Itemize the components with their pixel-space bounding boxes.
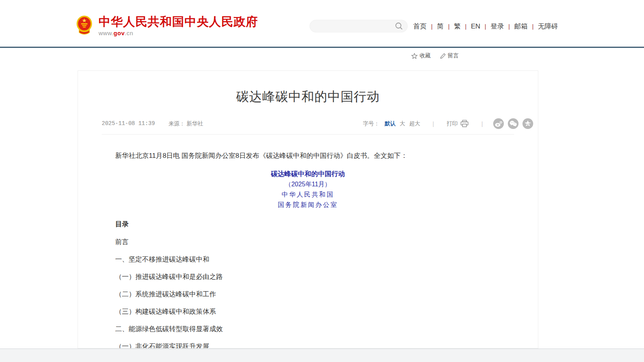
message-button[interactable]: 留言 [440,52,459,59]
site-url-suffix: .cn [125,30,133,36]
search-icon [395,22,403,30]
favorite-label: 收藏 [420,52,431,59]
separator: | [484,23,486,30]
pencil-icon [440,53,446,59]
document-title: 碳达峰碳中和的中国行动 [102,169,514,179]
wechat-share-button[interactable] [508,118,519,129]
fontsize-large-button[interactable]: 大 [400,120,405,127]
article-source: 来源： 新华社 [168,120,203,127]
toc-list: 前言一、坚定不移推进碳达峰碳中和（一）推进碳达峰碳中和是必由之路（二）系统推进碳… [102,237,514,349]
star-outline-icon [411,53,418,59]
header-divider [0,47,644,48]
gov-home-link[interactable]: 中华人民共和国中央人民政府 www.gov.cn [76,15,258,36]
nav-link[interactable]: EN [471,23,481,30]
toc-item: （一）非化石能源实现跃升发展 [102,342,514,349]
source-label: 来源： [168,120,185,127]
fontsize-default-button[interactable]: 默认 [385,120,396,127]
toc-item: （一）推进碳达峰碳中和是必由之路 [102,272,514,282]
site-title-block: 中华人民共和国中央人民政府 www.gov.cn [99,15,258,36]
article-title: 碳达峰碳中和的中国行动 [102,88,514,106]
weibo-share-button[interactable] [493,118,504,129]
document-org-line1: 中华人民共和国 [102,190,514,199]
separator: | [465,23,467,30]
separator: | [532,23,534,30]
separator: | [448,23,450,30]
fontsize-xlarge-button[interactable]: 超大 [409,120,420,127]
top-nav: 首页|简|繁|EN|登录|邮箱|无障碍 [413,22,558,31]
nav-link[interactable]: 无障碍 [538,22,558,31]
nav-link[interactable]: 邮箱 [514,22,528,31]
toc-item: （二）系统推进碳达峰碳中和工作 [102,290,514,299]
article-meta-right: 字号： 默认 大 超大 | 打印 | [363,118,533,129]
national-emblem-icon [76,15,92,36]
nav-link[interactable]: 首页 [413,22,427,31]
wechat-icon [508,118,519,129]
article-card: 碳达峰碳中和的中国行动 2025-11-08 11:39 来源： 新华社 字号：… [78,70,538,349]
site-header: 中华人民共和国中央人民政府 www.gov.cn 首页|简|繁|EN|登录|邮箱… [0,0,644,47]
search-box [310,20,408,32]
message-label: 留言 [448,52,459,59]
toc-heading: 目录 [102,220,514,229]
meta-separator: | [433,121,434,127]
article-datetime: 2025-11-08 11:39 [102,120,155,127]
nav-link[interactable]: 简 [437,22,444,31]
site-url: www.gov.cn [99,30,258,36]
print-button[interactable]: 打印 [444,119,471,128]
search-button[interactable] [395,22,403,30]
toc-item: （三）构建碳达峰碳中和政策体系 [102,307,514,317]
printer-icon [460,120,469,127]
weibo-icon [493,118,504,129]
separator: | [508,23,510,30]
separator: | [431,23,433,30]
site-title: 中华人民共和国中央人民政府 [99,15,258,28]
article-body: 新华社北京11月8日电 国务院新闻办公室8日发布《碳达峰碳中和的中国行动》白皮书… [102,151,514,349]
site-url-prefix: www. [99,30,114,36]
page-footer-strip [0,349,644,362]
favorite-button[interactable]: 收藏 [411,52,431,59]
more-share-button[interactable] [522,118,533,129]
nav-link[interactable]: 繁 [454,22,461,31]
source-value: 新华社 [186,120,203,127]
page-tools: 收藏 留言 [411,52,459,59]
search-input[interactable] [316,23,395,30]
site-url-highlight: gov [114,30,125,36]
print-label: 打印 [446,120,458,127]
toc-item: 二、能源绿色低碳转型取得显著成效 [102,324,514,334]
fontsize-label: 字号： [363,120,380,127]
article-meta-row: 2025-11-08 11:39 来源： 新华社 字号： 默认 大 超大 | 打… [102,118,514,135]
star-share-icon [522,118,533,129]
article-meta-left: 2025-11-08 11:39 来源： 新华社 [102,120,203,127]
document-date: （2025年11月） [102,180,514,189]
document-org-line2: 国务院新闻办公室 [102,201,514,210]
article-intro: 新华社北京11月8日电 国务院新闻办公室8日发布《碳达峰碳中和的中国行动》白皮书… [102,151,514,161]
nav-link[interactable]: 登录 [490,22,504,31]
toc-item: 前言 [102,237,514,247]
meta-separator: | [481,121,483,127]
share-icons [493,118,533,129]
toc-item: 一、坚定不移推进碳达峰碳中和 [102,255,514,264]
